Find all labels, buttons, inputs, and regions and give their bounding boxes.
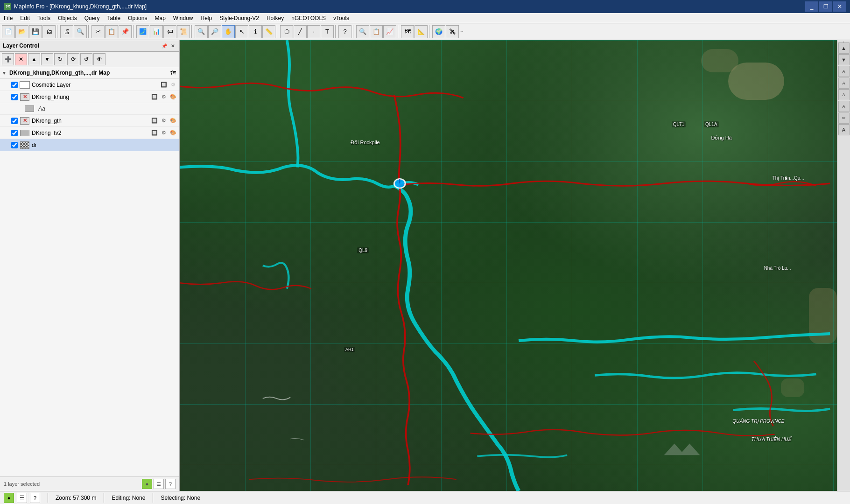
minimize-button[interactable]: _	[805, 1, 818, 12]
print-button[interactable]: 🖨	[60, 25, 73, 38]
graph-tool[interactable]: 📈	[383, 25, 396, 38]
new-button[interactable]: 📄	[2, 25, 15, 38]
map-area[interactable]: Đồi Rockpile Đồng Hà Thị Trấn...Qu... Nh…	[180, 40, 837, 491]
cut-button[interactable]: ✂	[91, 25, 105, 38]
ruler-tool[interactable]: 📏	[262, 25, 275, 38]
pan-tool[interactable]: ✋	[222, 25, 235, 38]
rsb-arrow-up[interactable]: ▲	[838, 42, 850, 54]
dkrong-khung-view-icon[interactable]: 🔲	[150, 93, 159, 101]
dkrong-gth-gear-icon[interactable]: ⚙	[160, 117, 168, 125]
refresh-all-button[interactable]: ⟳	[67, 53, 79, 65]
open-button[interactable]: 📂	[15, 25, 28, 38]
layer-row-dr[interactable]: dr	[0, 139, 179, 151]
layer-status-help-btn[interactable]: ?	[165, 479, 176, 489]
point-tool[interactable]: ·	[307, 25, 320, 38]
cosmetic-checkbox[interactable]	[11, 82, 18, 88]
menu-help[interactable]: Help	[197, 13, 216, 23]
add-layer-button[interactable]: ➕	[2, 53, 14, 65]
browse-tool[interactable]: 📋	[370, 25, 383, 38]
zoom-in-tool[interactable]: 🔍	[195, 25, 208, 38]
dkrong-gth-view-icon[interactable]: 🔲	[150, 117, 159, 125]
move-down-button[interactable]: ▼	[41, 53, 53, 65]
remove-layer-button[interactable]: ✕	[15, 53, 27, 65]
menu-hotkey[interactable]: Hotkey	[263, 13, 288, 23]
map-group-icon1[interactable]: 🗺	[169, 69, 177, 77]
polygon-tool[interactable]: ⬡	[280, 25, 293, 38]
rsb-arrow-down[interactable]: ▼	[838, 54, 850, 65]
select-tool[interactable]: ↖	[235, 25, 248, 38]
map-group-arrow[interactable]: ▼	[2, 70, 7, 76]
menu-file[interactable]: File	[0, 13, 16, 23]
layer-row-dkrong-khung[interactable]: ✕ DKrong_khung 🔲 ⚙ 🎨	[0, 91, 179, 103]
refresh-layer-button[interactable]: ↻	[54, 53, 66, 65]
menu-objects[interactable]: Objects	[54, 13, 81, 23]
dr-checkbox[interactable]	[11, 142, 18, 148]
menu-map[interactable]: Map	[151, 13, 169, 23]
layer-row-cosmetic[interactable]: Cosmetic Layer 🔲 ⚙	[0, 79, 179, 91]
dkrong-tv2-paint-icon[interactable]: 🎨	[169, 129, 177, 137]
layer-row-dkrong-gth[interactable]: ✕ DKrong_gth 🔲 ⚙ 🎨	[0, 115, 179, 127]
paste-button[interactable]: 📌	[119, 25, 132, 38]
satellite-tool[interactable]: 🛰	[446, 25, 459, 38]
dkrong-khung-paint-icon[interactable]: 🎨	[169, 93, 177, 101]
rsb-tool-4[interactable]: A	[838, 101, 850, 112]
panel-pin-button[interactable]: 📌	[161, 42, 168, 49]
aa-folder-icon	[24, 105, 35, 113]
labels-tool[interactable]: 🏷	[163, 25, 176, 38]
rsb-tool-1[interactable]: A	[838, 66, 850, 77]
dkrong-gth-paint-icon[interactable]: 🎨	[169, 117, 177, 125]
app-icon: 🗺	[4, 3, 11, 10]
info-tool[interactable]: ℹ	[249, 25, 262, 38]
view-button[interactable]: 👁	[93, 53, 105, 65]
rsb-tool-5[interactable]: ✏	[838, 112, 850, 124]
layer-tool[interactable]: 🗾	[136, 25, 149, 38]
map-group-row: ▼ DKrong_khung,DKrong_gth,...,dr Map 🗺	[0, 67, 179, 79]
reload-button[interactable]: ↺	[80, 53, 92, 65]
restore-button[interactable]: ❐	[819, 1, 832, 12]
workspace-button[interactable]: 🗂	[42, 25, 56, 38]
menu-tools[interactable]: Tools	[34, 13, 54, 23]
layer-status-green-btn[interactable]: ●	[142, 479, 152, 489]
menu-query[interactable]: Query	[81, 13, 104, 23]
earth-tool[interactable]: 🌍	[432, 25, 445, 38]
save-button[interactable]: 💾	[29, 25, 42, 38]
status-green-btn[interactable]: ●	[4, 493, 14, 503]
close-button[interactable]: ✕	[833, 1, 846, 12]
label-folder-icon	[25, 105, 34, 112]
dkrong-khung-gear-icon[interactable]: ⚙	[160, 93, 168, 101]
menu-window[interactable]: Window	[169, 13, 197, 23]
dkrong-tv2-view-icon[interactable]: 🔲	[150, 129, 159, 137]
status-bar: ● ☰ ? Zoom: 57.300 m Editing: None Selec…	[0, 491, 850, 504]
menu-vtools[interactable]: vTools	[330, 13, 353, 23]
dkrong-tv2-gear-icon[interactable]: ⚙	[160, 129, 168, 137]
menu-edit[interactable]: Edit	[16, 13, 34, 23]
legend-tool[interactable]: 📜	[177, 25, 190, 38]
layer-row-dkrong-tv2[interactable]: DKrong_tv2 🔲 ⚙ 🎨	[0, 127, 179, 139]
sql-tool[interactable]: 🔍	[356, 25, 369, 38]
menu-style-duong[interactable]: Style-Duong-V2	[216, 13, 263, 23]
dkrong-khung-checkbox[interactable]	[11, 94, 18, 100]
rsb-tool-6[interactable]: A	[838, 124, 850, 135]
dkrong-tv2-checkbox[interactable]	[11, 130, 18, 136]
zoom-out-tool[interactable]: 🔎	[208, 25, 221, 38]
text-tool[interactable]: T	[321, 25, 334, 38]
map-view-tool[interactable]: 🗺	[401, 25, 414, 38]
layout-tool[interactable]: 📐	[414, 25, 428, 38]
rsb-tool-2[interactable]: A	[838, 77, 850, 89]
copy-button[interactable]: 📋	[105, 25, 118, 38]
help-tool[interactable]: ?	[338, 25, 351, 38]
status-help-btn[interactable]: ?	[30, 493, 40, 503]
theme-tool[interactable]: 📊	[150, 25, 163, 38]
menu-ngeotools[interactable]: nGEOTOOLS	[288, 13, 330, 23]
move-up-button[interactable]: ▲	[28, 53, 40, 65]
status-table-btn[interactable]: ☰	[17, 493, 27, 503]
print-preview-button[interactable]: 🔍	[74, 25, 87, 38]
layer-panel-title: Layer Control	[3, 42, 39, 49]
panel-close-button[interactable]: ✕	[169, 42, 176, 49]
layer-status-table-btn[interactable]: ☰	[154, 479, 164, 489]
rsb-tool-3[interactable]: A	[838, 89, 850, 100]
menu-options[interactable]: Options	[124, 13, 151, 23]
menu-table[interactable]: Table	[103, 13, 124, 23]
line-tool[interactable]: ╱	[294, 25, 307, 38]
dkrong-gth-checkbox[interactable]	[11, 118, 18, 124]
